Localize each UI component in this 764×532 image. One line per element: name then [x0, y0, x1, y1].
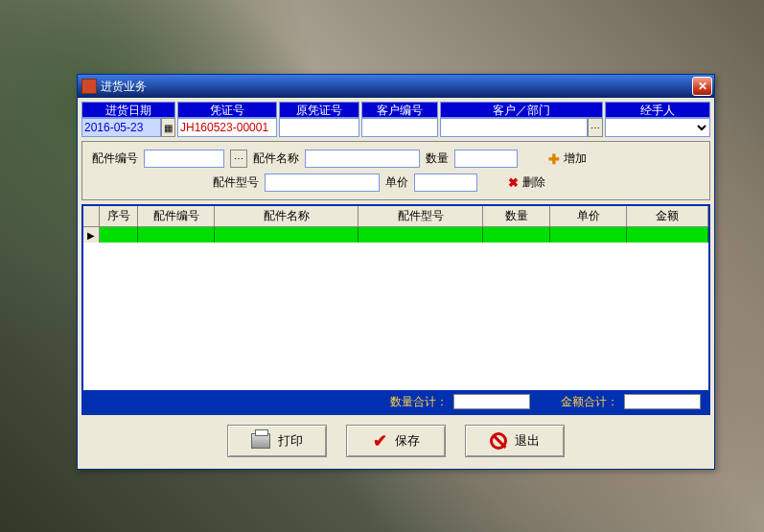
- picker-icon: ⋯: [590, 123, 600, 133]
- totals-bar: 数量合计： 金额合计：: [83, 390, 708, 413]
- part-no-input[interactable]: [144, 150, 224, 168]
- calendar-icon: ▦: [164, 123, 173, 133]
- close-button[interactable]: ✕: [692, 77, 712, 96]
- date-input[interactable]: [81, 118, 161, 137]
- qty-label: 数量: [426, 150, 449, 167]
- price-input[interactable]: [414, 173, 477, 192]
- amt-total-label: 金额合计：: [561, 394, 618, 410]
- col-amount[interactable]: 金额: [627, 206, 708, 226]
- customer-dept-label: 客户／部门: [440, 102, 603, 118]
- price-label: 单价: [385, 174, 408, 191]
- grid-body[interactable]: ▶: [83, 227, 708, 390]
- close-icon: ✕: [698, 80, 707, 93]
- print-button[interactable]: 打印: [227, 425, 327, 457]
- handler-label: 经手人: [605, 102, 710, 118]
- header-fields: 进货日期 ▦ 凭证号 原凭证号 客户编号 客户／部门: [81, 102, 710, 137]
- cell[interactable]: [215, 227, 359, 243]
- print-label: 打印: [278, 432, 303, 450]
- handler-select[interactable]: [605, 118, 710, 137]
- col-partno[interactable]: 配件编号: [138, 206, 215, 226]
- date-label: 进货日期: [81, 102, 175, 118]
- entry-panel: 配件编号 ⋯ 配件名称 数量 ✚ 增加 配件型号 单价: [81, 141, 710, 200]
- model-label: 配件型号: [213, 174, 259, 191]
- col-qty[interactable]: 数量: [483, 206, 550, 226]
- cell[interactable]: [138, 227, 215, 243]
- part-picker-button[interactable]: ⋯: [230, 150, 247, 168]
- titlebar: 进货业务 ✕: [78, 75, 714, 98]
- customer-picker-button[interactable]: ⋯: [588, 118, 603, 137]
- data-grid: 序号 配件编号 配件名称 配件型号 数量 单价 金额 ▶: [81, 204, 710, 415]
- table-row[interactable]: ▶: [83, 227, 708, 243]
- exit-label: 退出: [515, 432, 540, 450]
- voucher-label: 凭证号: [177, 102, 277, 118]
- customer-no-label: 客户编号: [361, 102, 438, 118]
- exit-button[interactable]: 退出: [465, 425, 565, 457]
- qty-input[interactable]: [454, 150, 518, 168]
- row-selector-head: [83, 206, 100, 226]
- app-icon: [81, 79, 97, 94]
- cell[interactable]: [100, 227, 138, 243]
- save-label: 保存: [395, 432, 420, 450]
- add-label: 增加: [564, 150, 587, 167]
- grid-header: 序号 配件编号 配件名称 配件型号 数量 单价 金额: [83, 206, 708, 227]
- delete-button[interactable]: ✖ 删除: [508, 174, 545, 191]
- row-indicator: ▶: [83, 227, 100, 243]
- cell[interactable]: [359, 227, 483, 243]
- purchase-window: 进货业务 ✕ 进货日期 ▦ 凭证号 原凭证号 客户编号: [77, 74, 715, 470]
- x-icon: ✖: [508, 175, 519, 190]
- col-model[interactable]: 配件型号: [359, 206, 483, 226]
- orig-voucher-input[interactable]: [279, 118, 359, 137]
- picker-icon: ⋯: [234, 153, 243, 164]
- col-price[interactable]: 单价: [550, 206, 627, 226]
- amt-total-value[interactable]: [624, 394, 701, 409]
- part-name-input[interactable]: [305, 150, 420, 168]
- cell[interactable]: [550, 227, 627, 243]
- stop-icon: [490, 432, 507, 450]
- calendar-button[interactable]: ▦: [161, 118, 175, 137]
- qty-total-label: 数量合计：: [390, 394, 448, 410]
- printer-icon: [251, 433, 270, 449]
- customer-dept-input[interactable]: [440, 118, 588, 137]
- delete-label: 删除: [522, 174, 545, 191]
- cell[interactable]: [483, 227, 550, 243]
- part-name-label: 配件名称: [253, 150, 299, 167]
- save-button[interactable]: ✔ 保存: [346, 425, 446, 457]
- plus-icon: ✚: [548, 151, 560, 167]
- check-icon: ✔: [373, 430, 387, 451]
- voucher-input[interactable]: [177, 118, 277, 137]
- action-bar: 打印 ✔ 保存 退出: [81, 415, 710, 465]
- add-button[interactable]: ✚ 增加: [548, 150, 587, 167]
- qty-total-value[interactable]: [453, 394, 530, 409]
- orig-voucher-label: 原凭证号: [279, 102, 359, 118]
- customer-no-input[interactable]: [361, 118, 438, 137]
- part-no-label: 配件编号: [92, 150, 138, 167]
- window-title: 进货业务: [101, 79, 692, 95]
- model-input[interactable]: [265, 173, 380, 192]
- cell[interactable]: [627, 227, 708, 243]
- col-partname[interactable]: 配件名称: [215, 206, 359, 226]
- col-seq[interactable]: 序号: [100, 206, 138, 226]
